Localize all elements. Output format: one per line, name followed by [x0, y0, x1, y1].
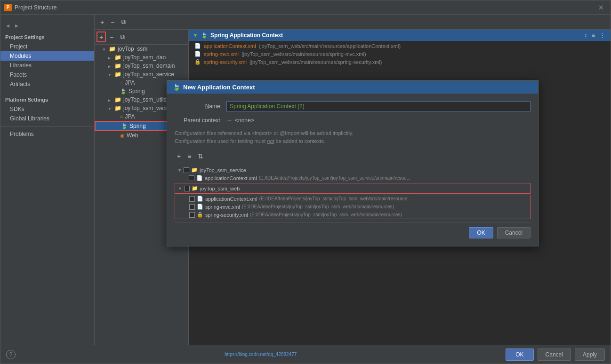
new-app-context-dialog: 🍃 New Application Context Name: Parent c… — [167, 80, 539, 246]
service-file-name: applicationContext.xml — [205, 175, 257, 181]
bottom-center: https://blog.csdn.net/qq_42882477 — [225, 352, 297, 357]
sort-button[interactable]: ↕ — [583, 32, 588, 39]
web-file-2-path: (E:/IDEA/IdeaProjects/joyTop_ssm/joyTop_… — [242, 204, 394, 209]
web-file-3-name: spring-security.xml — [205, 212, 248, 218]
close-button[interactable]: ✕ — [595, 3, 607, 12]
sidebar-item-facets[interactable]: Facets — [0, 70, 94, 79]
tree-toolbar: + − ⧉ — [95, 30, 188, 45]
web-file-3-checkbox[interactable] — [189, 212, 195, 218]
context-header-left: ▼ 🍃 Spring Application Context — [193, 32, 283, 39]
cancel-button[interactable]: Cancel — [538, 348, 571, 361]
dialog-align-btn[interactable]: ≡ — [185, 151, 193, 161]
xml-file-icon: 📄 — [194, 43, 201, 49]
dialog-name-row: Name: — [175, 101, 531, 111]
context-spring-icon: ▼ — [193, 32, 198, 39]
spring-mvc-icon: 📄 — [194, 51, 201, 57]
ok-button[interactable]: OK — [506, 348, 533, 361]
tree-remove-button[interactable]: − — [107, 32, 116, 42]
tree-item-ssm-service[interactable]: 📁 joyTop_ssm_service — [95, 70, 188, 79]
ctx-file-path-2: (joyTop_ssm_web/src/main/resources/sprin… — [241, 51, 366, 57]
collapse-button[interactable]: ≡ — [590, 32, 596, 39]
web-file-2-checkbox[interactable] — [189, 204, 195, 210]
name-input[interactable] — [226, 101, 531, 111]
back-button[interactable]: ◂ — [4, 21, 11, 30]
help-button[interactable]: ? — [6, 350, 16, 359]
app-icon: P — [4, 4, 12, 11]
folder-icon: 📁 — [109, 46, 116, 52]
dialog-ok-button[interactable]: OK — [469, 227, 493, 238]
context-title: Spring Application Context — [210, 32, 283, 39]
web-arrow: ▼ — [178, 186, 182, 191]
sidebar-item-modules[interactable]: Modules — [0, 51, 94, 61]
dialog-btn-row: OK Cancel — [175, 222, 531, 238]
status-url: https://blog.csdn.net/qq_42882477 — [225, 352, 297, 357]
web-label: joyTop_ssm_web — [200, 186, 240, 191]
ctx-file-path-3: (joyTop_ssm_web/src/main/resources/sprin… — [249, 59, 382, 65]
service-file-path: (E:/IDEA/IdeaProjects/joyTop_ssm/joyTop_… — [259, 175, 410, 181]
folder-icon: 📁 — [114, 54, 121, 61]
dialog-sort-btn[interactable]: ⇅ — [195, 151, 206, 161]
apply-button[interactable]: Apply — [575, 348, 605, 361]
folder-icon: 📁 — [114, 96, 121, 103]
info-line-1: Configuration files referenced via <impo… — [175, 130, 354, 136]
sidebar-item-global-libraries[interactable]: Global Libraries — [0, 114, 94, 123]
tree-item-ssm-domain[interactable]: 📁 joyTop_ssm_domain — [95, 62, 188, 70]
tree-copy-button[interactable]: ⧉ — [117, 32, 128, 42]
service-node: ▼ 📁 joyTop_ssm_service — [175, 166, 531, 174]
dialog-cancel-button[interactable]: Cancel — [497, 227, 531, 238]
tree-add-button[interactable]: + — [96, 32, 106, 42]
bottom-bar: ? https://blog.csdn.net/qq_42882477 OK C… — [0, 345, 611, 364]
service-label: joyTop_ssm_service — [200, 167, 246, 173]
context-file-row: 📄 applicationContext.xml (joyTop_ssm_web… — [189, 42, 611, 50]
tree-arrow — [108, 63, 113, 69]
web-file-3-path: (E:/IDEA/IdeaProjects/joyTop_ssm/joyTop_… — [250, 212, 402, 217]
jpa-icon: ≡ — [120, 80, 123, 86]
ctx-file-name-2: spring-mvc.xml — [204, 51, 239, 57]
copy-module-button[interactable]: ⧉ — [118, 16, 129, 27]
dialog-toolbar: + ≡ ⇅ — [175, 150, 531, 163]
add-module-button[interactable]: + — [97, 17, 107, 27]
context-leaf-icon: 🍃 — [201, 32, 208, 39]
service-file-icon: 📄 — [196, 175, 203, 181]
info-line-2: Configuration files used for testing mus… — [175, 138, 325, 144]
nav-bar: ◂ ▸ — [0, 18, 94, 32]
sidebar-item-artifacts[interactable]: Artifacts — [0, 79, 94, 89]
dialog-body: Name: Parent context: → <none> C — [167, 94, 538, 246]
dialog-add-btn[interactable]: + — [175, 151, 183, 161]
sidebar-divider-2 — [0, 126, 94, 127]
main-window: P Project Structure ✕ ◂ ▸ Project Settin… — [0, 0, 611, 364]
name-label: Name: — [175, 103, 222, 110]
web-file-2-name: spring-mvc.xml — [205, 204, 240, 210]
web-checkbox[interactable] — [184, 186, 190, 191]
left-sidebar: ◂ ▸ Project Settings Project Modules Lib… — [0, 15, 95, 346]
tree-arrow — [108, 106, 113, 111]
parent-select-row: → <none> — [226, 117, 531, 124]
sidebar-item-problems[interactable]: Problems — [0, 129, 94, 139]
title-bar-left: P Project Structure — [4, 4, 56, 11]
tree-item-ssm-dao[interactable]: 📁 joyTop_ssm_dao — [95, 53, 188, 62]
service-checkbox[interactable] — [184, 167, 189, 173]
sidebar-item-sdks[interactable]: SDKs — [0, 104, 94, 114]
web-file-1-checkbox[interactable] — [189, 196, 195, 202]
tree-arrow — [108, 72, 113, 77]
context-files: 📄 applicationContext.xml (joyTop_ssm_web… — [189, 41, 611, 67]
service-file-row: 📄 applicationContext.xml (E:/IDEA/IdeaPr… — [175, 174, 531, 182]
spring-leaf-icon: 🍃 — [120, 88, 127, 95]
expand-button[interactable]: ⋮ — [598, 32, 607, 39]
tree-arrow — [108, 55, 113, 60]
tree-item-joytop-ssm[interactable]: 📁 joyTop_ssm — [95, 45, 188, 53]
sidebar-item-project[interactable]: Project — [0, 42, 94, 51]
remove-module-button[interactable]: − — [108, 17, 117, 27]
dialog-title-text: New Application Context — [183, 84, 255, 91]
service-file-checkbox[interactable] — [189, 175, 194, 181]
sidebar-item-libraries[interactable]: Libraries — [0, 61, 94, 70]
ctx-file-name-1: applicationContext.xml — [204, 43, 256, 49]
context-header: ▼ 🍃 Spring Application Context ↕ ≡ ⋮ — [189, 30, 611, 41]
web-file-1-icon: 📄 — [197, 196, 203, 202]
forward-button[interactable]: ▸ — [13, 21, 20, 30]
web-file-row-1: 📄 applicationContext.xml (E:/IDEA/IdeaPr… — [175, 195, 531, 203]
bottom-left: ? — [6, 350, 16, 359]
context-file-row-3: 🔒 spring-security.xml (joyTop_ssm_web/sr… — [189, 58, 611, 66]
web-file-3-icon: 🔒 — [197, 212, 203, 218]
web-file-row-2: 📄 spring-mvc.xml (E:/IDEA/IdeaProjects/j… — [175, 203, 531, 211]
